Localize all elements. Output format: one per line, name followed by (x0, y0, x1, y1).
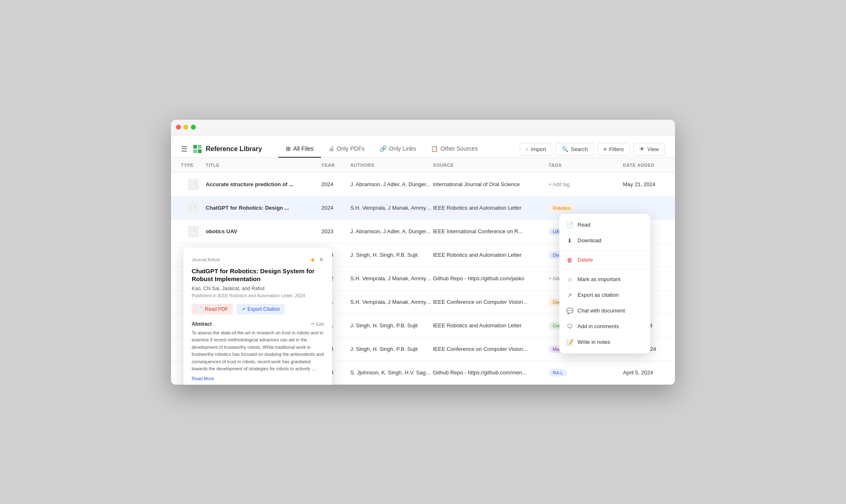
app-title: Reference Library (206, 145, 262, 153)
read-pdf-button[interactable]: 📄 Read PDF (192, 304, 233, 315)
panel-title: ChatGPT for Robotics: Design System for … (192, 267, 324, 283)
menu-item-comments[interactable]: 🗨 Add in comments (559, 319, 650, 334)
export-citation-button[interactable]: ↗ Export Citation (236, 304, 285, 315)
import-icon: ↑ (526, 146, 529, 152)
close-panel-icon[interactable]: ✕ (319, 256, 324, 263)
search-icon: 🔍 (562, 146, 568, 152)
row-type-3: 📄 (181, 226, 206, 237)
menu-item-delete[interactable]: 🗑 Delete (559, 252, 650, 268)
trash-menu-icon: 🗑 (566, 256, 573, 264)
header: ☰ Reference Library ⊞ All Files 🖨 Only P… (171, 135, 675, 158)
context-menu: 📄 Read ⬇ Download 🗑 Delete ☆ Mark as imp… (559, 214, 650, 353)
col-type: TYPE (181, 163, 206, 168)
edit-label: Edit (316, 322, 324, 327)
panel-published: Published in IEEE Robotics and Automatio… (192, 293, 324, 298)
filters-label: Filters (609, 146, 624, 152)
read-icon: 📄 (197, 306, 203, 312)
col-source: SOURCE (433, 163, 549, 168)
row-authors-4: J. Singh, H. Singh, P.B. Sujit (350, 252, 433, 258)
edit-link[interactable]: ✏ Edit (311, 321, 324, 327)
menu-item-chat[interactable]: 💬 Chat with document (559, 303, 650, 319)
menu-download-label: Download (577, 237, 601, 244)
row-source-6: IEEE Conference on Computer Vision... (433, 299, 549, 305)
row-tags-1: + Add tag (549, 182, 623, 187)
tab-only-pdfs[interactable]: 🖨 Only PDFs (321, 141, 372, 158)
svg-rect-1 (198, 145, 202, 149)
import-button[interactable]: ↑ Import (520, 143, 552, 156)
tab-only-links[interactable]: 🔗 Only Links (372, 141, 423, 158)
menu-item-download[interactable]: ⬇ Download (559, 233, 650, 248)
edit-icon: ✏ (311, 321, 315, 327)
add-tag-button[interactable]: + Add tag (549, 182, 623, 187)
header-actions: ↑ Import 🔍 Search ≡ Filters 👁 View (520, 143, 665, 156)
row-title-3: obotics UAV (206, 228, 321, 234)
comment-menu-icon: 🗨 (566, 323, 573, 330)
menu-read-label: Read (577, 222, 590, 228)
view-button[interactable]: 👁 View (633, 143, 665, 156)
tab-other-sources[interactable]: 📋 Other Sources (423, 141, 485, 158)
menu-item-mark-important[interactable]: ☆ Mark as important (559, 272, 650, 287)
hamburger-icon[interactable]: ☰ (181, 144, 188, 154)
row-source-4: IEEE Robotics and Automation Letter (433, 252, 549, 258)
pdf-icon: 🖨 (328, 145, 334, 152)
minimize-button[interactable] (183, 125, 188, 130)
row-date-9: April 5, 2024 (623, 369, 675, 376)
maximize-button[interactable] (191, 125, 196, 130)
export-icon: ↗ (241, 306, 245, 312)
close-button[interactable] (176, 125, 181, 130)
row-title-2: ChatGPT for Robotics: Design ... (206, 205, 321, 211)
row-source-9: Github Repo - https://github.com/men... (433, 369, 549, 376)
menu-divider (559, 270, 650, 270)
col-title: TITLE (206, 163, 321, 168)
row-authors-3: J. Abramson, J Adler, A. Dunger... (350, 228, 433, 234)
view-label: View (647, 146, 659, 152)
logo-icon (192, 144, 202, 154)
panel-header: Journal Article ★ ✕ (192, 256, 324, 264)
tab-bar: ⊞ All Files 🖨 Only PDFs 🔗 Only Links 📋 O… (278, 141, 519, 157)
menu-notes-label: Write in notes (577, 339, 610, 345)
tab-only-pdfs-label: Only PDFs (337, 145, 365, 152)
row-tags-9: RA-L (549, 369, 623, 376)
tab-other-sources-label: Other Sources (440, 145, 478, 152)
row-source-1: International Journal of Oral Science (433, 181, 549, 187)
export-citation-label: Export Citation (247, 306, 280, 312)
menu-comments-label: Add in comments (577, 323, 619, 329)
doc-icon: 📋 (431, 145, 438, 152)
tab-all-files[interactable]: ⊞ All Files (278, 141, 321, 158)
table-row[interactable]: 📄 Accurate structure prediction of ... 2… (171, 173, 675, 196)
menu-delete-label: Delete (577, 257, 593, 263)
titlebar (171, 120, 675, 135)
row-source-2: IEEE Robotics and Automation Letter (433, 205, 549, 211)
menu-item-notes[interactable]: 📝 Write in notes (559, 334, 650, 350)
row-authors-6: S.H. Vemprala, J Manak, Ammy Virk... (350, 299, 433, 305)
star-menu-icon: ☆ (566, 276, 573, 283)
read-pdf-label: Read PDF (205, 306, 228, 312)
detail-panel: Journal Article ★ ✕ ChatGPT for Robotics… (183, 248, 332, 385)
pdf-file-icon: 📄 (188, 202, 199, 214)
panel-type: Journal Article (192, 257, 220, 262)
export-menu-icon: ↗ (566, 291, 573, 299)
tag-badge: RA-L (549, 369, 567, 376)
row-authors-9: S. Jjohnson, K. Singh, H.V. Sagoo... (350, 369, 433, 376)
read-menu-icon: 📄 (566, 221, 573, 229)
pdf-file-icon: 📄 (188, 226, 199, 237)
row-authors-2: S.H. Vemprala, J Manak, Ammy Virk... (350, 205, 433, 211)
tab-all-files-label: All Files (293, 145, 314, 152)
menu-item-export-citation[interactable]: ↗ Export as citation (559, 287, 650, 303)
row-title-1: Accurate structure prediction of ... (206, 181, 321, 187)
filters-button[interactable]: ≡ Filters (597, 143, 630, 156)
col-authors: AUTHORS (350, 163, 433, 168)
search-label: Search (571, 146, 588, 152)
search-button[interactable]: 🔍 Search (556, 143, 594, 156)
menu-divider (559, 250, 650, 251)
star-icon[interactable]: ★ (310, 256, 316, 264)
row-type-2: 📄 (181, 202, 206, 214)
row-source-3: IEEE International Conference on R... (433, 228, 549, 234)
read-more-link[interactable]: Read More (192, 376, 214, 381)
abstract-text: To assess the state-of-the-art in resear… (192, 329, 324, 373)
svg-rect-2 (193, 149, 197, 153)
menu-item-read[interactable]: 📄 Read (559, 217, 650, 233)
row-year-3: 2023 (321, 228, 350, 234)
pdf-file-icon: 📄 (188, 179, 199, 190)
logo-area: Reference Library (192, 144, 262, 154)
